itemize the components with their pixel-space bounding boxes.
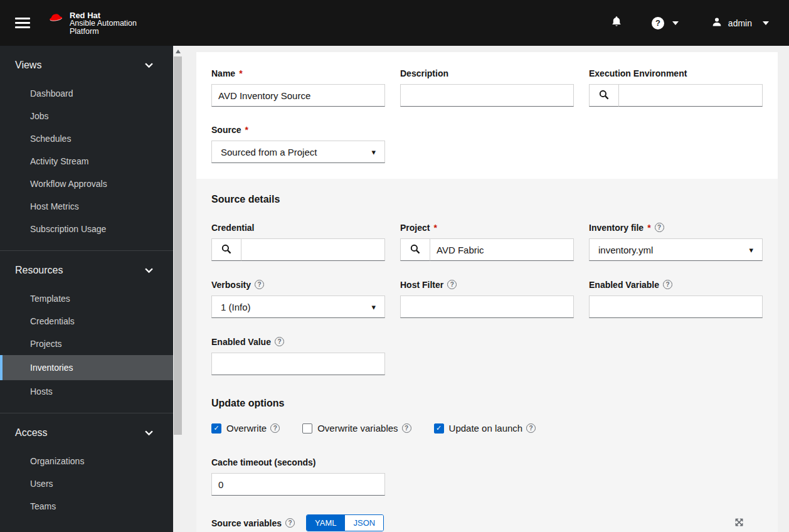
yaml-mode-button[interactable]: YAML — [307, 515, 344, 531]
inventory-file-select-value: inventory.yml — [598, 245, 653, 255]
description-input[interactable] — [400, 84, 574, 107]
caret-down-icon: ▾ — [371, 303, 376, 311]
cache-timeout-input[interactable] — [211, 473, 385, 496]
question-circle-icon: ? — [652, 17, 664, 29]
expand-arrows-icon — [734, 518, 744, 529]
field-name: Name * — [211, 67, 385, 107]
update-on-launch-help-icon[interactable]: ? — [526, 423, 536, 433]
nav-group-label: Views — [15, 60, 41, 71]
sidebar-item-templates[interactable]: Templates — [0, 287, 173, 310]
masthead: Red Hat Ansible Automation Platform ? — [0, 0, 789, 46]
sidebar-nav: Views Dashboard Jobs Schedules Activity … — [0, 46, 173, 532]
enabled-variable-input[interactable] — [589, 295, 763, 318]
sidebar-item-schedules[interactable]: Schedules — [0, 127, 173, 150]
source-select[interactable]: Sourced from a Project ▾ — [211, 141, 385, 163]
sidebar-scrollbar-thumb[interactable] — [174, 56, 182, 435]
json-mode-button[interactable]: JSON — [345, 515, 384, 531]
description-label: Description — [400, 68, 448, 78]
enabled-variable-help-icon[interactable]: ? — [663, 280, 672, 289]
search-icon — [599, 90, 609, 102]
brand-subtitle-2: Platform — [70, 28, 137, 36]
enabled-variable-label: Enabled Variable — [589, 280, 659, 290]
execution-environment-lookup-button[interactable] — [589, 84, 619, 107]
credential-lookup-button[interactable] — [211, 238, 241, 261]
overwrite-variables-option: ✓ Overwrite variables ? — [302, 423, 411, 434]
chevron-down-icon — [145, 60, 153, 71]
overwrite-option: ✓ Overwrite ? — [211, 423, 280, 434]
sidebar-item-activity-stream[interactable]: Activity Stream — [0, 150, 173, 173]
sidebar-item-organizations[interactable]: Organizations — [0, 450, 173, 472]
nav-group-label: Access — [15, 427, 48, 439]
field-credential: Credential — [211, 221, 385, 261]
overwrite-variables-help-icon[interactable]: ? — [402, 423, 411, 433]
sidebar-item-credentials[interactable]: Credentials — [0, 310, 173, 332]
project-input[interactable] — [430, 238, 574, 261]
notifications-button[interactable] — [610, 15, 623, 31]
execution-environment-label: Execution Environment — [589, 68, 687, 78]
execution-environment-input[interactable] — [619, 84, 763, 107]
redhat-fedora-icon — [48, 10, 64, 28]
search-icon — [221, 244, 231, 256]
inventory-file-help-icon[interactable]: ? — [655, 223, 664, 232]
scrollbar-up-arrow-icon[interactable] — [176, 50, 181, 53]
verbosity-select-value: 1 (Info) — [221, 302, 251, 312]
credential-input[interactable] — [241, 238, 385, 261]
project-lookup-button[interactable] — [400, 238, 430, 261]
inventory-file-select[interactable]: inventory.yml ▾ — [589, 238, 763, 261]
enabled-value-input[interactable] — [211, 353, 385, 375]
verbosity-help-icon[interactable]: ? — [255, 280, 264, 289]
sidebar-item-projects[interactable]: Projects — [0, 332, 173, 355]
help-menu-button[interactable]: ? — [652, 17, 679, 29]
sidebar-item-teams[interactable]: Teams — [0, 495, 173, 518]
source-variables-row: Source variables ? YAML JSON — [211, 514, 763, 531]
chevron-down-icon — [145, 427, 153, 439]
required-asterisk: * — [433, 223, 437, 233]
nav-group-views-header[interactable]: Views — [0, 55, 173, 76]
sidebar-item-workflow-approvals[interactable]: Workflow Approvals — [0, 173, 173, 195]
source-variables-label: Source variables — [211, 518, 282, 528]
overwrite-label: Overwrite — [226, 423, 267, 434]
field-description: Description — [400, 67, 574, 107]
required-asterisk: * — [647, 223, 650, 233]
overwrite-checkbox[interactable]: ✓ — [211, 423, 221, 434]
nav-list-resources: Templates Credentials Projects Inventori… — [0, 287, 173, 403]
nav-group-views: Views Dashboard Jobs Schedules Activity … — [0, 46, 173, 250]
source-label: Source — [211, 125, 241, 135]
overwrite-help-icon[interactable]: ? — [270, 423, 280, 433]
user-menu-button[interactable]: admin — [711, 16, 769, 29]
nav-group-access-header[interactable]: Access — [0, 422, 173, 444]
nav-toggle-button[interactable] — [15, 18, 30, 28]
sidebar-item-jobs[interactable]: Jobs — [0, 105, 173, 127]
update-on-launch-checkbox[interactable]: ✓ — [434, 423, 444, 434]
bell-icon — [610, 15, 623, 31]
host-filter-help-icon[interactable]: ? — [447, 280, 457, 289]
verbosity-select[interactable]: 1 (Info) ▾ — [211, 295, 385, 318]
field-host-filter: Host Filter ? — [400, 279, 574, 318]
enabled-value-help-icon[interactable]: ? — [275, 337, 284, 346]
project-label: Project — [400, 223, 430, 233]
update-on-launch-label: Update on launch — [449, 423, 523, 434]
sidebar-item-subscription-usage[interactable]: Subscription Usage — [0, 218, 173, 240]
name-input[interactable] — [211, 84, 385, 107]
brand[interactable]: Red Hat Ansible Automation Platform — [48, 10, 137, 36]
editor-expand-button[interactable] — [734, 518, 744, 529]
nav-group-resources-header[interactable]: Resources — [0, 260, 173, 281]
sidebar-scrollbar — [173, 46, 183, 532]
host-filter-input[interactable] — [400, 295, 574, 318]
sidebar-item-host-metrics[interactable]: Host Metrics — [0, 195, 173, 218]
sidebar-item-inventories[interactable]: Inventories — [0, 355, 173, 380]
caret-down-icon — [763, 21, 769, 25]
sidebar-item-hosts[interactable]: Hosts — [0, 380, 173, 403]
required-asterisk: * — [245, 125, 248, 135]
chevron-down-icon — [145, 265, 153, 276]
field-project: Project * — [400, 221, 574, 261]
nav-list-access: Organizations Users Teams — [0, 450, 173, 518]
masthead-right: ? admin — [610, 15, 789, 31]
sidebar-item-users[interactable]: Users — [0, 472, 173, 495]
sidebar-item-dashboard[interactable]: Dashboard — [0, 82, 173, 105]
source-variables-help-icon[interactable]: ? — [285, 518, 295, 528]
field-inventory-file: Inventory file * ? inventory.yml ▾ — [589, 221, 763, 261]
cache-timeout-label: Cache timeout (seconds) — [211, 457, 315, 467]
nav-list-views: Dashboard Jobs Schedules Activity Stream… — [0, 82, 173, 240]
overwrite-variables-checkbox[interactable]: ✓ — [302, 423, 312, 434]
